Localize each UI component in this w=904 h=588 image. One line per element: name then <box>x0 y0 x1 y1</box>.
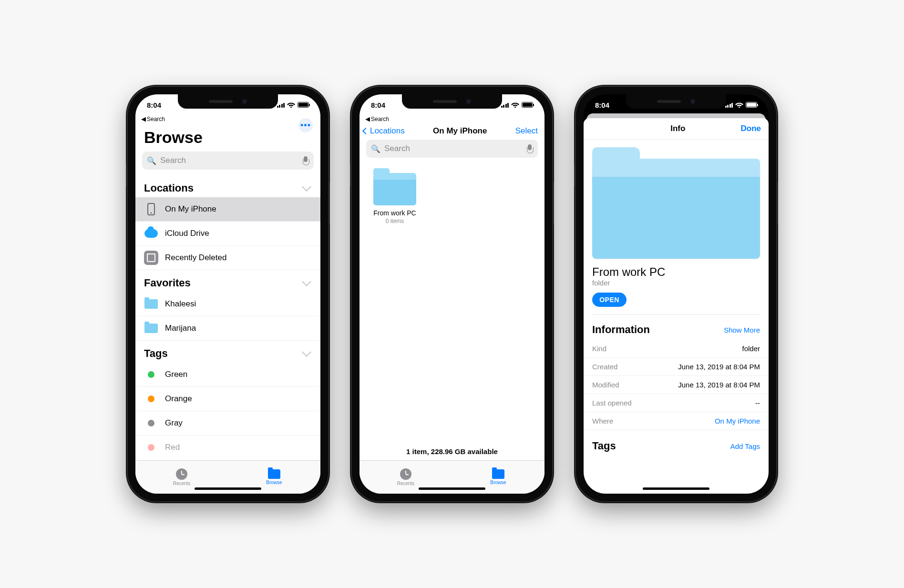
info-value[interactable]: On My iPhone <box>715 417 760 425</box>
phone-frame-1: 8:04 ◀ Search ••• Browse 🔍 Locations <box>128 87 328 501</box>
info-key: Where <box>592 417 613 425</box>
info-row-last-opened: Last opened -- <box>584 394 769 412</box>
row-label: Khaleesi <box>165 299 196 309</box>
search-input[interactable] <box>160 156 298 165</box>
tab-bar: Recents Browse <box>360 460 544 494</box>
folder-preview-icon <box>592 159 760 259</box>
section-header-favorites[interactable]: Favorites <box>135 270 320 292</box>
tab-label: Recents <box>397 481 415 486</box>
tag-dot-icon <box>144 392 158 406</box>
folder-from-work-pc[interactable]: From work PC 0 items <box>366 173 423 224</box>
row-label: Green <box>165 370 187 379</box>
folder-icon <box>373 173 416 205</box>
info-row-modified: Modified June 13, 2019 at 8:04 PM <box>584 376 769 394</box>
tag-red[interactable]: Red <box>135 436 320 460</box>
tag-gray[interactable]: Gray <box>135 411 320 436</box>
folder-icon <box>144 321 158 335</box>
back-label: Locations <box>370 126 405 136</box>
cellular-icon <box>725 102 733 108</box>
cloud-icon <box>144 226 158 241</box>
notch <box>626 94 726 109</box>
show-more-button[interactable]: Show More <box>724 326 760 334</box>
home-indicator[interactable] <box>419 487 485 490</box>
item-name: From work PC <box>584 264 769 279</box>
location-icloud-drive[interactable]: iCloud Drive <box>135 222 320 246</box>
status-time: 8:04 <box>595 101 609 109</box>
chevron-down-icon <box>302 347 311 357</box>
search-field[interactable]: 🔍 <box>366 140 538 158</box>
phone-frame-3: 8:04 Info Done From work PC folder OPEN <box>576 87 776 501</box>
search-input[interactable] <box>384 144 523 153</box>
tag-dot-icon <box>144 440 158 455</box>
trash-icon <box>144 251 158 265</box>
info-value: June 13, 2019 at 8:04 PM <box>678 363 760 371</box>
done-button[interactable]: Done <box>741 124 761 133</box>
microphone-icon[interactable] <box>526 144 533 153</box>
select-button[interactable]: Select <box>515 126 538 136</box>
info-value: -- <box>755 399 760 407</box>
tag-orange[interactable]: Orange <box>135 387 320 411</box>
wifi-icon <box>511 102 519 108</box>
favorite-marijana[interactable]: Marijana <box>135 316 320 341</box>
battery-icon <box>746 102 757 108</box>
location-recently-deleted[interactable]: Recently Deleted <box>135 246 320 270</box>
tab-label: Recents <box>173 481 191 486</box>
tab-label: Browse <box>490 480 506 485</box>
status-back-link[interactable]: ◀ Search <box>135 115 320 124</box>
location-on-my-iphone[interactable]: On My iPhone <box>135 197 320 222</box>
page-title: Browse <box>135 124 320 152</box>
home-indicator[interactable] <box>643 487 709 490</box>
status-back-label: Search <box>147 116 165 122</box>
notch <box>402 94 502 109</box>
add-tags-button[interactable]: Add Tags <box>730 442 760 450</box>
section-header-tags[interactable]: Tags <box>135 341 320 363</box>
folder-icon <box>144 297 158 311</box>
tags-header: Tags Add Tags <box>584 430 769 452</box>
sheet-title: Info <box>615 124 741 133</box>
search-field[interactable]: 🔍 <box>142 152 314 170</box>
home-indicator[interactable] <box>195 487 261 490</box>
clock-icon <box>176 468 187 480</box>
status-time: 8:04 <box>147 101 161 109</box>
favorite-khaleesi[interactable]: Khaleesi <box>135 292 320 316</box>
screen-on-my-iphone: 8:04 ◀ Search Locations On My iPhone Sel… <box>360 94 544 494</box>
section-title: Locations <box>144 182 194 194</box>
info-sheet: Info Done From work PC folder OPEN Infor… <box>584 118 769 494</box>
microphone-icon[interactable] <box>302 156 309 165</box>
status-time: 8:04 <box>371 101 385 109</box>
info-key: Kind <box>592 345 606 353</box>
tag-green[interactable]: Green <box>135 363 320 387</box>
more-button[interactable]: ••• <box>298 118 313 132</box>
folder-icon <box>268 469 280 479</box>
tag-dot-icon <box>144 367 158 382</box>
storage-footer: 1 item, 228.96 GB available <box>360 443 544 460</box>
screen-info-sheet: 8:04 Info Done From work PC folder OPEN <box>584 94 769 494</box>
phone-device-icon <box>144 202 158 216</box>
info-key: Created <box>592 363 617 371</box>
cellular-icon <box>277 102 285 108</box>
chevron-left-icon <box>362 128 369 134</box>
info-value: June 13, 2019 at 8:04 PM <box>678 381 760 389</box>
wifi-icon <box>287 102 295 108</box>
back-button[interactable]: Locations <box>363 126 405 136</box>
section-header-locations[interactable]: Locations <box>135 175 320 197</box>
ellipsis-icon: ••• <box>300 121 311 131</box>
chevron-down-icon <box>302 182 311 192</box>
section-title: Information <box>592 324 650 336</box>
info-row-where[interactable]: Where On My iPhone <box>584 412 769 430</box>
clock-icon <box>400 468 411 480</box>
tab-label: Browse <box>266 480 282 485</box>
status-back-link[interactable]: ◀ Search <box>360 115 544 124</box>
search-icon: 🔍 <box>371 144 380 153</box>
info-key: Last opened <box>592 399 632 407</box>
row-label: Red <box>165 443 180 452</box>
item-kind: folder <box>584 279 769 293</box>
row-label: iCloud Drive <box>165 229 209 238</box>
folder-subtitle: 0 items <box>366 218 423 224</box>
open-button[interactable]: OPEN <box>592 293 627 307</box>
tab-bar: Recents Browse <box>135 460 320 494</box>
sheet-nav: Info Done <box>584 118 769 140</box>
search-icon: 🔍 <box>147 156 156 165</box>
nav-title: On My iPhone <box>433 126 487 136</box>
battery-icon <box>522 102 533 108</box>
